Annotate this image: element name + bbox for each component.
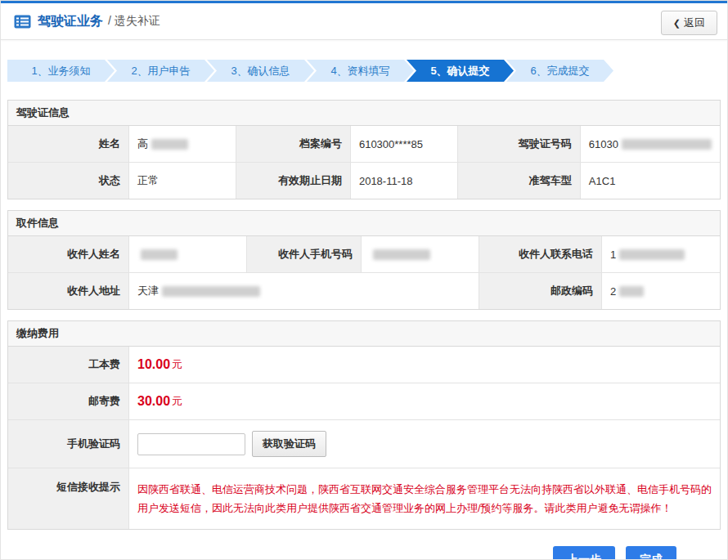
- vehicle-type-value-text: A1C1: [589, 175, 616, 187]
- vehicle-type-label: 准驾车型: [458, 163, 581, 199]
- back-chevron-icon: ❮: [673, 18, 681, 28]
- mail-fee-label: 邮寄费: [8, 383, 129, 420]
- pickup-info-title: 取件信息: [8, 211, 720, 236]
- name-value-text: 高: [137, 137, 148, 151]
- expiry-date-value-text: 2018-11-18: [359, 175, 413, 187]
- redacted-recipient-address: [162, 286, 260, 297]
- redacted-recipient-name: [141, 249, 178, 260]
- redacted-recipient-contact: [619, 249, 685, 260]
- back-button-label: 返回: [684, 16, 705, 29]
- step-6-complete-submit: 6、完成提交: [506, 60, 613, 82]
- finish-button[interactable]: 完成: [626, 546, 676, 560]
- redacted-recipient-mobile: [373, 249, 430, 260]
- recipient-contact-label: 收件人联系电话: [479, 236, 602, 273]
- license-info-section: 驾驶证信息 姓名 高 档案编号 610300****85 驾驶证号码 61030…: [7, 100, 721, 199]
- status-label: 状态: [8, 163, 129, 199]
- page-title: 驾驶证业务: [38, 13, 103, 30]
- recipient-address-value-text: 天津: [137, 284, 159, 298]
- sms-notice-row: 因陕西省联通、电信运营商技术问题，陕西省互联网交通安全综合服务管理平台无法向持陕…: [129, 468, 720, 529]
- license-info-title: 驾驶证信息: [8, 101, 720, 126]
- fees-section: 缴纳费用 工本费 10.00元 邮寄费 30.00元 手机验证码 获取验证码 短…: [7, 320, 721, 530]
- license-info-table: 姓名 高 档案编号 610300****85 驾驶证号码 61030 状态 正常…: [8, 126, 720, 199]
- fees-title: 缴纳费用: [8, 321, 720, 347]
- cost-fee-value: 10.00元: [129, 347, 720, 383]
- recipient-name-value: [129, 236, 247, 273]
- previous-step-button[interactable]: 上一步: [553, 546, 615, 560]
- file-number-value-text: 610300****85: [359, 138, 423, 150]
- mail-fee-unit: 元: [172, 394, 182, 409]
- mail-fee-amount: 30.00: [137, 394, 170, 409]
- verification-code-row: 获取验证码: [129, 420, 720, 468]
- recipient-contact-value-text: 1: [610, 249, 616, 261]
- step-progress-bar: 1、业务须知 2、用户申告 3、确认信息 4、资料填写 5、确认提交 6、完成提…: [7, 60, 721, 82]
- license-number-value: 61030: [581, 126, 720, 163]
- footer-actions: 上一步 完成: [1, 546, 676, 560]
- recipient-contact-value: 1: [602, 236, 720, 273]
- pickup-info-section: 取件信息 收件人姓名 收件人手机号码 收件人联系电话 1 收件人地址 天津 邮政…: [7, 210, 721, 310]
- pickup-info-table: 收件人姓名 收件人手机号码 收件人联系电话 1 收件人地址 天津 邮政编码 2: [8, 236, 720, 309]
- step-2-user-declaration: 2、用户申告: [107, 60, 214, 82]
- redacted-license-number: [622, 139, 712, 150]
- sms-notice-label: 短信接收提示: [8, 468, 129, 529]
- name-label: 姓名: [8, 126, 129, 163]
- page-subtitle: / 遗失补证: [108, 14, 160, 29]
- recipient-name-label: 收件人姓名: [8, 236, 129, 273]
- back-button[interactable]: ❮返回: [661, 11, 717, 35]
- recipient-mobile-label: 收件人手机号码: [247, 236, 362, 273]
- file-number-value: 610300****85: [351, 126, 458, 163]
- redacted-name: [151, 139, 188, 150]
- postal-code-value: 2: [602, 273, 720, 309]
- name-value: 高: [129, 126, 236, 163]
- vehicle-type-value: A1C1: [581, 163, 720, 199]
- cost-fee-unit: 元: [172, 357, 182, 372]
- file-number-label: 档案编号: [236, 126, 351, 163]
- expiry-date-label: 有效期止日期: [236, 163, 351, 199]
- step-1-business-notice: 1、业务须知: [7, 60, 115, 82]
- mail-fee-value: 30.00元: [129, 383, 720, 420]
- cost-fee-amount: 10.00: [137, 357, 170, 372]
- recipient-mobile-value: [362, 236, 479, 273]
- expiry-date-value: 2018-11-18: [351, 163, 458, 199]
- document-list-icon: [14, 15, 31, 29]
- license-number-label: 驾驶证号码: [458, 126, 581, 163]
- get-verification-code-button[interactable]: 获取验证码: [252, 431, 326, 457]
- verification-code-input[interactable]: [137, 433, 245, 455]
- step-5-confirm-submit: 5、确认提交: [407, 60, 514, 82]
- sms-notice-text: 因陕西省联通、电信运营商技术问题，陕西省互联网交通安全综合服务管理平台无法向持陕…: [137, 480, 712, 518]
- redacted-postal-code: [619, 286, 644, 297]
- cost-fee-label: 工本费: [8, 347, 129, 383]
- verification-code-label: 手机验证码: [8, 420, 129, 468]
- step-3-confirm-info: 3、确认信息: [207, 60, 314, 82]
- status-value-text: 正常: [137, 173, 159, 188]
- recipient-address-label: 收件人地址: [8, 273, 129, 309]
- header: 驾驶证业务 / 遗失补证 ❮返回: [1, 3, 727, 40]
- step-4-fill-materials: 4、资料填写: [307, 60, 414, 82]
- recipient-address-value: 天津: [129, 273, 479, 309]
- fees-table: 工本费 10.00元 邮寄费 30.00元 手机验证码 获取验证码 短信接收提示…: [8, 347, 720, 529]
- postal-code-value-text: 2: [610, 285, 616, 298]
- postal-code-label: 邮政编码: [479, 273, 602, 309]
- status-value: 正常: [129, 163, 236, 199]
- license-number-value-text: 61030: [589, 138, 618, 150]
